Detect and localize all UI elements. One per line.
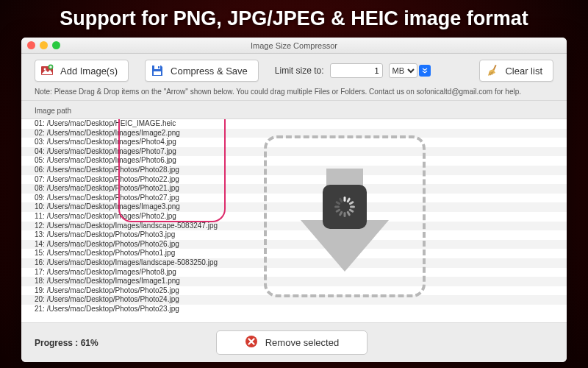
close-icon[interactable] bbox=[27, 41, 35, 49]
clear-list-label: Clear list bbox=[505, 66, 542, 77]
chevron-down-icon[interactable] bbox=[419, 65, 431, 77]
svg-rect-10 bbox=[350, 206, 355, 208]
add-image-icon bbox=[40, 63, 54, 78]
svg-rect-11 bbox=[348, 208, 354, 213]
svg-rect-18 bbox=[339, 197, 343, 203]
svg-rect-13 bbox=[344, 212, 346, 217]
add-images-button[interactable]: Add Image(s) bbox=[35, 60, 129, 82]
table-header: Image path bbox=[21, 100, 567, 119]
compress-save-label: Compress & Save bbox=[171, 66, 248, 77]
window-title: Image Size Compressor bbox=[21, 38, 567, 54]
hint-text: Note: Please Drag & Drop items on the "A… bbox=[21, 88, 567, 100]
clear-list-button[interactable]: Clear list bbox=[479, 60, 553, 82]
svg-rect-7 bbox=[344, 197, 346, 202]
maximize-icon[interactable] bbox=[52, 41, 60, 49]
svg-rect-15 bbox=[335, 208, 341, 213]
content-area: 01: /Users/mac/Desktop/HEIC_IMAGE.heic02… bbox=[21, 119, 567, 322]
svg-rect-17 bbox=[335, 201, 341, 205]
svg-rect-16 bbox=[334, 206, 340, 208]
limit-size-group: Limit size to: MB bbox=[275, 63, 417, 78]
drop-zone[interactable] bbox=[264, 135, 426, 297]
limit-size-input[interactable] bbox=[330, 63, 383, 78]
svg-rect-12 bbox=[346, 211, 351, 217]
broom-icon bbox=[484, 63, 499, 78]
add-images-label: Add Image(s) bbox=[60, 66, 118, 77]
limit-unit-select[interactable]: MB bbox=[389, 63, 417, 78]
svg-rect-8 bbox=[346, 197, 351, 203]
svg-rect-3 bbox=[154, 71, 161, 75]
save-icon bbox=[150, 63, 165, 78]
svg-point-1 bbox=[44, 68, 46, 71]
remove-selected-label: Remove selected bbox=[265, 337, 339, 348]
table-row[interactable]: 21: /Users/mac/Desktop/Photos/Photo23.jp… bbox=[21, 305, 567, 314]
svg-rect-14 bbox=[339, 211, 343, 217]
toolbar: Add Image(s) Compress & Save Limit size … bbox=[21, 54, 567, 88]
window-titlebar: Image Size Compressor bbox=[21, 38, 567, 54]
footer: Progress : 61% Remove selected bbox=[21, 322, 567, 362]
column-header-image-path: Image path bbox=[35, 107, 71, 115]
limit-size-label: Limit size to: bbox=[275, 66, 324, 76]
progress-label: Progress : 61% bbox=[35, 338, 98, 348]
svg-rect-5 bbox=[158, 66, 159, 68]
remove-icon bbox=[245, 335, 258, 350]
hero-headline: Support for PNG, JPG/JPEG & HEIC image f… bbox=[0, 0, 588, 38]
minimize-icon[interactable] bbox=[40, 41, 48, 49]
remove-selected-button[interactable]: Remove selected bbox=[216, 330, 368, 355]
svg-rect-9 bbox=[348, 201, 354, 205]
loading-spinner-icon bbox=[323, 185, 367, 229]
app-window: Image Size Compressor Add Image(s) Compr… bbox=[21, 38, 567, 362]
compress-save-button[interactable]: Compress & Save bbox=[145, 60, 259, 82]
table-row[interactable]: 01: /Users/mac/Desktop/HEIC_IMAGE.heic bbox=[21, 119, 567, 129]
